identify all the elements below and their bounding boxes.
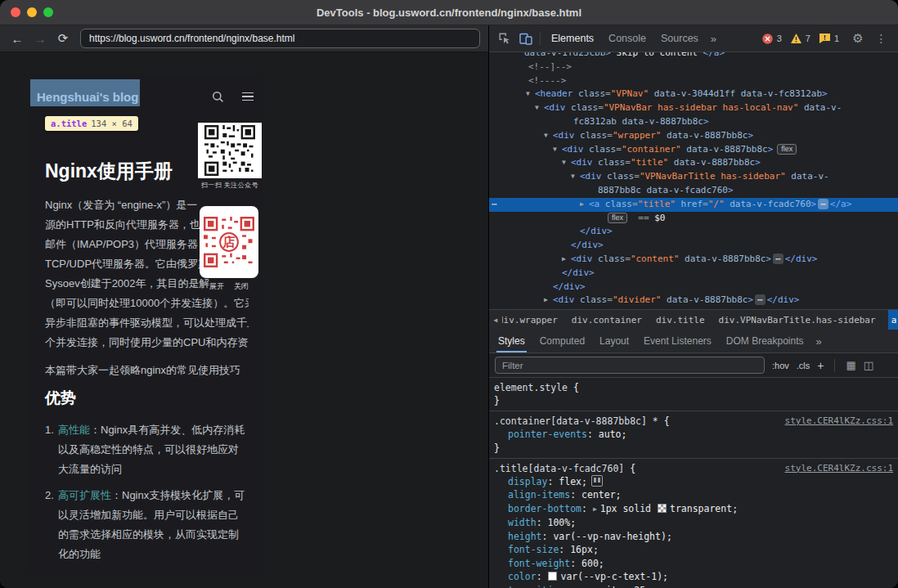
tab-event-listeners[interactable]: Event Listeners [636,330,719,352]
reload-button[interactable]: ⟳ [52,28,74,49]
expand-arrow-icon[interactable]: ▼ [535,101,544,115]
expand-arrow-icon[interactable]: ▼ [571,170,580,184]
css-property-name[interactable]: transition [508,585,564,588]
tree-line[interactable]: fc8312ab data-v-8887bb8c> [489,115,898,129]
css-declaration[interactable]: align-items: center; [494,488,893,502]
warning-icon[interactable] [791,34,801,43]
css-property-value[interactable]: center [581,489,616,500]
toggle-class-button[interactable]: .cls [797,361,810,370]
expand-arrow-icon[interactable]: ▶ [544,294,553,307]
css-property-name[interactable]: color [508,571,537,582]
toggle-element-state-button[interactable]: :hov [772,361,789,370]
inspect-element-button[interactable] [494,28,515,49]
kebab-menu-icon[interactable]: ⋮ [872,32,891,45]
tab-computed[interactable]: Computed [532,330,592,352]
stylesheet-link[interactable]: style.CER4lKZz.css:1 [777,462,893,475]
css-property-value[interactable]: var(--vp-nav-height) [553,531,666,542]
close-window-button[interactable] [11,7,20,17]
settings-gear-icon[interactable]: ⚙ [848,31,868,46]
css-declaration[interactable]: font-size: 16px; [494,543,893,557]
breadcrumb-scroll-left-icon[interactable]: ◀ [489,310,502,330]
rule-selector[interactable]: element.style [494,381,568,394]
expand-arrow-icon[interactable]: ▶ [562,253,571,267]
expand-ellipsis-button[interactable]: ⋯ [773,254,784,264]
expand-arrow-icon[interactable]: ▼ [544,129,553,143]
css-property-name[interactable]: display [508,476,547,487]
tree-line[interactable]: ▶<div class="content" data-v-8887bb8c>⋯<… [489,253,898,267]
row-options-icon[interactable]: ⋯ [492,198,498,212]
seal-action-button[interactable]: 关闭 [234,281,249,292]
css-declaration[interactable]: pointer-events: auto; [494,428,893,442]
expand-shorthand-icon[interactable]: ▶ [593,505,597,513]
tree-line[interactable]: ▼<div class="VPNavBarTitle has-sidebar" … [489,170,898,184]
color-swatch[interactable] [548,572,557,581]
css-property-value[interactable]: auto [599,429,622,440]
tree-line[interactable]: ▶<div class="divider" data-v-8887bb8c>⋯<… [489,294,898,307]
expand-ellipsis-button[interactable]: ⋯ [755,294,766,305]
forward-button[interactable]: → [29,28,51,49]
address-bar[interactable]: https://blog.usword.cn/frontend/nginx/ba… [80,29,480,48]
error-count[interactable]: 3 [777,34,782,43]
tree-line[interactable]: ▼<div class="container" data-v-8887bb8c>… [489,143,898,157]
tree-line[interactable]: </div> [489,225,898,239]
tab-styles[interactable]: Styles [491,330,532,352]
css-declaration[interactable]: font-weight: 600; [494,557,893,571]
breadcrumb-item[interactable]: div.VPNavBarTitle.has-sidebar [717,310,878,330]
error-icon[interactable] [762,34,773,44]
expand-arrow-icon[interactable]: ▼ [526,88,535,101]
flex-badge[interactable]: flex [608,213,627,223]
tree-line[interactable]: </div> [489,267,898,281]
tab-layout[interactable]: Layout [592,330,636,352]
tab-dom-breakpoints[interactable]: DOM Breakpoints [719,330,811,352]
css-declaration[interactable]: border-bottom: ▶1px solid transparent; [494,502,893,517]
css-property-name[interactable]: font-weight [508,558,570,569]
seal-qr-widget[interactable]: 店 展开关闭 [200,206,258,292]
computed-sidebar-toggle-icon[interactable]: ◫ [864,359,873,371]
flex-editor-button[interactable] [591,475,603,487]
seal-action-button[interactable]: 展开 [209,281,224,292]
device-toolbar-button[interactable] [515,28,537,49]
breadcrumb-item[interactable]: a.title [888,310,898,330]
css-declaration[interactable]: color: var(--vp-c-text-1); [494,570,893,584]
tree-line[interactable]: ▼<header class="VPNav" data-v-3044d1ff d… [489,88,898,101]
css-property-name[interactable]: align-items [508,489,570,500]
css-property-value[interactable]: 600 [581,558,599,569]
css-declaration[interactable]: transition: ▶opacity .25s; [494,584,893,588]
menu-icon[interactable] [242,92,254,101]
breadcrumb-item[interactable]: div.container [570,310,644,330]
css-property-value[interactable]: transparent [670,503,732,514]
css-property-value[interactable]: 100% [547,517,570,528]
css-declaration[interactable]: display: flex; [494,475,893,489]
tab-console[interactable]: Console [601,25,653,52]
tree-line[interactable]: data-v-1fd25cbb> Skip to content </a> [489,52,898,61]
rendering-emulation-icon[interactable]: ▦ [846,359,855,371]
tab-sources[interactable]: Sources [653,25,706,52]
expand-arrow-icon[interactable]: ▶ [580,198,589,212]
css-property-name[interactable]: font-size [508,544,559,555]
css-property-name[interactable]: width [508,517,537,528]
rule-selector[interactable]: .title[data-v-fcadc760] [494,462,624,475]
css-property-name[interactable]: border-bottom [508,503,581,514]
tree-line[interactable]: </div> [489,281,898,294]
warning-count[interactable]: 7 [806,34,810,43]
css-property-name[interactable]: height [508,531,542,542]
css-property-value[interactable]: opacity .25s [583,585,651,588]
css-declaration[interactable]: width: 100%; [494,516,893,530]
tree-line[interactable]: ▼<div class="wrapper" data-v-8887bb8c> [489,129,898,143]
expand-arrow-icon[interactable]: ▼ [562,156,571,170]
back-button[interactable]: ← [7,28,28,49]
tree-line[interactable]: <!----> [489,74,898,88]
more-tabs-button[interactable]: » [706,33,721,45]
breadcrumb-item[interactable]: div.title [654,310,707,330]
expand-ellipsis-button[interactable]: ⋯ [818,199,828,209]
qr-widget[interactable]: 扫一扫 关注公众号 [198,123,262,190]
issue-count[interactable]: 1 [834,34,839,43]
css-declaration[interactable]: height: var(--vp-nav-height); [494,530,893,544]
tab-elements[interactable]: Elements [544,25,601,52]
sidebar-more-tabs-button[interactable]: » [811,335,827,348]
tree-line[interactable]: </div> [489,239,898,253]
flex-badge[interactable]: flex [777,144,797,155]
new-style-rule-button[interactable]: + [817,359,824,372]
tree-line[interactable]: ▼<div class="VPNavBar has-sidebar has-lo… [489,101,898,115]
styles-filter-input[interactable] [495,357,765,374]
